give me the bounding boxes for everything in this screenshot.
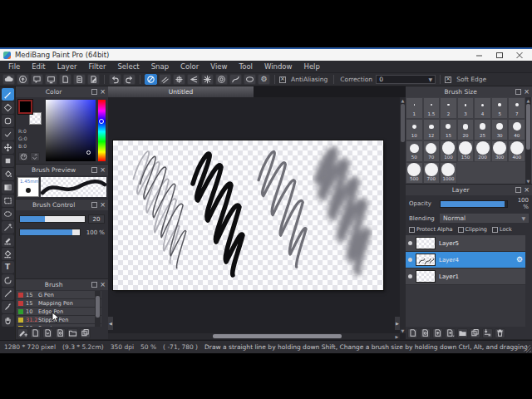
layer-settings-gear-icon[interactable]: ⚙ [516,256,523,264]
snap-vanishing-point-button[interactable] [187,74,200,85]
hue-slider[interactable] [98,100,106,161]
sv-picker-handle[interactable] [86,150,91,155]
menu-tool[interactable]: Tool [234,62,258,71]
import-layer-button[interactable] [432,328,443,338]
brush-settings-button[interactable] [55,328,66,338]
document-tab[interactable]: Untitled [108,86,254,97]
menu-view[interactable]: View [205,62,232,71]
hand-tool[interactable] [2,314,14,327]
antialiasing-checkbox[interactable]: × [279,76,286,83]
brush-size-option[interactable]: 15 [440,119,457,140]
lock-checkbox[interactable]: Lock [492,226,512,233]
close-icon[interactable]: × [100,282,106,288]
soft-edge-checkbox[interactable]: × [445,76,451,83]
menu-window[interactable]: Window [259,62,298,71]
snap-curve-button[interactable] [229,74,242,85]
brush-size-option[interactable]: 2 [440,97,457,119]
close-button[interactable] [515,52,524,59]
document-button[interactable] [59,74,71,85]
lasso-tool[interactable] [2,208,14,220]
layer-row[interactable]: Layer5 [406,235,525,252]
brush-size-option[interactable]: 3 [457,97,475,119]
scroll-up-icon[interactable]: ▲ [400,97,406,103]
menu-layer[interactable]: Layer [52,62,82,71]
menu-filter[interactable]: Filter [83,62,111,71]
brush-size-option[interactable]: 20 [457,119,475,140]
blending-dropdown[interactable]: Normal ▼ [440,214,529,223]
brush-size-option[interactable]: 10 [406,119,423,140]
delete-layer-button[interactable] [495,328,505,338]
brush-size-option[interactable]: 70 [423,140,441,162]
popout-icon[interactable] [91,282,97,288]
scroll-down-icon[interactable]: ▼ [525,178,531,184]
brush-folder-button[interactable] [67,328,78,338]
saturation-value-picker[interactable] [46,100,96,161]
move-tool[interactable] [2,141,14,154]
brush-size-option[interactable]: 1000 [440,162,457,184]
popout-icon[interactable] [91,202,97,208]
menu-file[interactable]: File [3,62,25,71]
brush-size-option[interactable]: 100 [440,140,457,162]
layer-opacity-slider[interactable] [440,200,508,208]
brush-size-scrollbar[interactable]: ▲ ▼ [525,97,531,184]
brush-size-option[interactable]: 300 [491,140,509,162]
canvas-vertical-scrollbar[interactable]: ▲ ▼ [400,97,406,333]
snap-parallel-button[interactable] [159,74,171,85]
layer-visibility-icon[interactable] [408,258,412,262]
document-edit-button[interactable] [87,74,100,85]
merge-layer-button[interactable] [482,328,493,338]
select-pen-check-tool[interactable] [2,128,14,140]
menu-edit[interactable]: Edit [27,62,50,71]
text-tool[interactable]: T [2,261,14,273]
duplicate-brush-button[interactable] [80,328,91,338]
upload-button[interactable] [17,74,29,85]
brush-list-scrollbar[interactable] [95,291,101,327]
brush-size-option[interactable]: 4 [474,97,491,119]
maximize-button[interactable] [495,52,504,59]
resize-grip[interactable] [524,345,531,352]
eyedropper-tool[interactable] [2,301,14,313]
layer-folder-button[interactable] [457,328,468,338]
close-icon[interactable]: × [100,202,106,209]
left-dock-collapse-handle[interactable]: ◀ [108,317,113,330]
layer-visibility-icon[interactable] [408,274,412,278]
brush-size-option[interactable]: 500 [406,162,423,184]
correction-dropdown[interactable]: 0 ▼ [376,75,436,84]
protect-alpha-checkbox[interactable]: Protect Alpha [409,226,453,233]
rotate-view-tool[interactable] [2,274,14,287]
fill-rect-tool[interactable] [2,155,14,167]
document-list-button[interactable] [73,74,86,85]
brush-item[interactable]: 50Sumi [17,324,101,327]
bucket-tool[interactable] [2,168,14,180]
divide-tool[interactable] [2,288,14,300]
add-layer-menu-button[interactable] [445,328,456,338]
close-icon[interactable]: × [100,89,106,96]
popout-icon[interactable] [91,167,97,173]
brush-size-option[interactable]: 200 [474,140,491,162]
select-pen-tool[interactable] [2,234,14,247]
select-rect-tool[interactable] [2,195,14,207]
select-eraser-tool[interactable] [2,248,14,260]
layer-row[interactable]: Layer1 [406,268,525,285]
popout-icon[interactable] [515,89,521,95]
monitor-button[interactable] [45,74,57,85]
popout-icon[interactable] [91,89,97,95]
scroll-down-icon[interactable]: ▼ [400,328,406,333]
brush-menu-button[interactable] [42,328,53,338]
menu-select[interactable]: Select [112,62,144,71]
brush-size-value[interactable]: 20 [88,214,105,224]
hue-slider-handle[interactable] [99,119,104,124]
new-layer-button[interactable] [407,328,418,338]
smudge-tool[interactable] [2,115,14,127]
brush-size-option[interactable]: 400 [508,140,525,162]
close-icon[interactable]: × [524,89,530,96]
menu-color[interactable]: Color [175,62,204,71]
brush-size-option[interactable]: 7 [508,97,525,119]
brush-item[interactable]: 31.2Stipple Pen [17,316,101,324]
brush-size-option[interactable]: 700 [423,162,441,184]
foreground-color-swatch[interactable] [18,100,32,114]
duplicate-layer-button[interactable] [470,328,480,338]
popout-icon[interactable] [515,187,521,193]
background-color-swatch[interactable] [29,112,42,125]
cloud-button[interactable] [2,74,15,85]
